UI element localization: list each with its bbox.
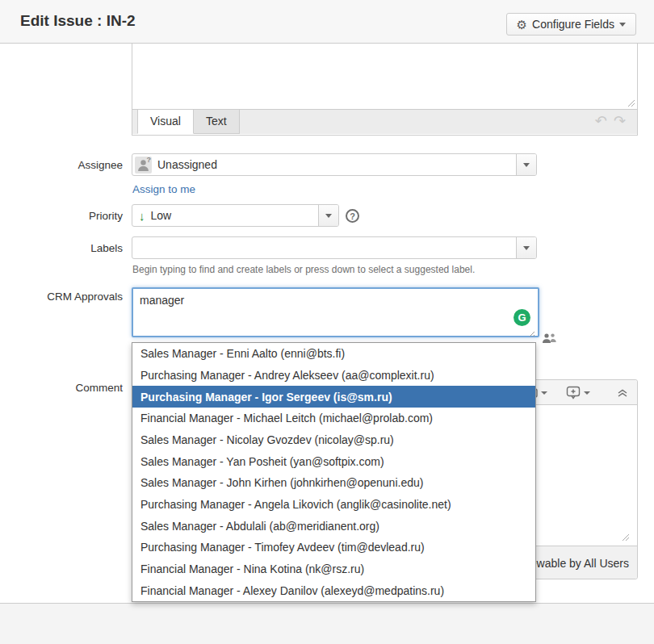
chevron-down-icon[interactable] [541, 380, 547, 405]
priority-low-icon: ↓ [139, 209, 145, 223]
priority-value: Low [151, 209, 319, 222]
suggestion-item[interactable]: Purchasing Manager - Igor Sergeev (is@sm… [132, 386, 535, 408]
labels-field [132, 236, 537, 259]
assignee-label: Assignee [0, 159, 123, 171]
assignee-select[interactable]: ? Unassigned [132, 153, 537, 176]
resize-handle-icon[interactable] [621, 533, 629, 541]
labels-label: Labels [0, 242, 123, 254]
assign-to-me-link[interactable]: Assign to me [132, 183, 195, 195]
suggestion-item[interactable]: Sales Manager - Abdulali (ab@meridianent… [132, 515, 535, 537]
configure-fields-button[interactable]: ⚙ Configure Fields [506, 13, 636, 36]
add-macro-icon[interactable] [566, 380, 581, 405]
crm-approvals-label: CRM Approvals [0, 291, 123, 303]
priority-dropdown-button[interactable] [318, 205, 338, 226]
crm-approvals-input[interactable]: manager [132, 287, 539, 337]
suggestion-item[interactable]: Sales Manager - Enni Aalto (enni@bts.fi) [132, 343, 535, 365]
assignee-value: Unassigned [157, 158, 516, 171]
tab-visual[interactable]: Visual [137, 110, 194, 134]
edit-issue-dialog: Edit Issue : IN-2 ⚙ Configure Fields Vis… [0, 0, 654, 644]
suggestion-item[interactable]: Sales Manager - Yan Posheit (yan@softpix… [132, 450, 535, 472]
dialog-title: Edit Issue : IN-2 [20, 12, 136, 30]
undo-icon[interactable]: ↶ [595, 112, 607, 130]
chevron-down-icon[interactable] [584, 380, 590, 405]
suggestion-item[interactable]: Financial Manager - Nina Kotina (nk@rsz.… [132, 558, 535, 580]
dialog-header: Edit Issue : IN-2 ⚙ Configure Fields [0, 0, 654, 44]
suggestion-item[interactable]: Purchasing Manager - Angela Likovich (an… [132, 494, 535, 516]
chevron-down-icon [325, 214, 332, 218]
suggestion-item[interactable]: Financial Manager - Michael Leitch (mich… [132, 408, 535, 429]
grammarly-icon[interactable]: G [514, 309, 530, 326]
priority-select[interactable]: ↓ Low [132, 204, 339, 227]
resize-handle-icon[interactable] [627, 98, 635, 107]
chevron-down-icon [523, 163, 530, 167]
unknown-user-avatar: ? [135, 157, 152, 174]
description-editor-area[interactable] [132, 44, 637, 109]
collapse-toolbar-icon[interactable] [617, 380, 628, 405]
editor-tab-strip: Visual Text ↶ ↷ [132, 109, 637, 134]
assignee-dropdown-button[interactable] [516, 154, 536, 175]
undo-redo-group: ↶ ↷ [595, 112, 626, 130]
labels-hint: Begin typing to find and create labels o… [132, 264, 475, 275]
description-editor: Visual Text ↶ ↷ [132, 44, 638, 136]
suggestion-item[interactable]: Financial Manager - Alexey Danilov (alex… [132, 579, 535, 601]
user-group-icon[interactable] [542, 332, 557, 349]
comment-label: Comment [0, 382, 123, 394]
chevron-down-icon [523, 246, 530, 250]
priority-label: Priority [0, 210, 123, 222]
suggestion-item[interactable]: Purchasing Manager - Andrey Alekseev (aa… [132, 365, 535, 387]
chevron-down-icon [619, 23, 626, 27]
dialog-footer: Update Cancel [0, 603, 654, 644]
configure-fields-label: Configure Fields [532, 18, 614, 31]
tab-text[interactable]: Text [194, 110, 240, 134]
help-icon[interactable]: ? [346, 209, 359, 223]
suggestion-item[interactable]: Purchasing Manager - Timofey Avdeev (tim… [132, 537, 535, 558]
redo-icon[interactable]: ↷ [614, 112, 626, 130]
comment-visibility-button[interactable]: Viewable by All Users [521, 546, 629, 579]
suggestion-item[interactable]: Sales Manager - John Kirhen (johnkirhen@… [132, 472, 535, 494]
gear-icon: ⚙ [517, 19, 527, 31]
suggestion-item[interactable]: Sales Manager - Nicolay Gvozdev (nicolay… [132, 429, 535, 451]
labels-dropdown-button[interactable] [516, 237, 536, 258]
labels-input[interactable] [138, 241, 516, 254]
crm-suggestions-dropdown: Sales Manager - Enni Aalto (enni@bts.fi)… [132, 342, 536, 602]
